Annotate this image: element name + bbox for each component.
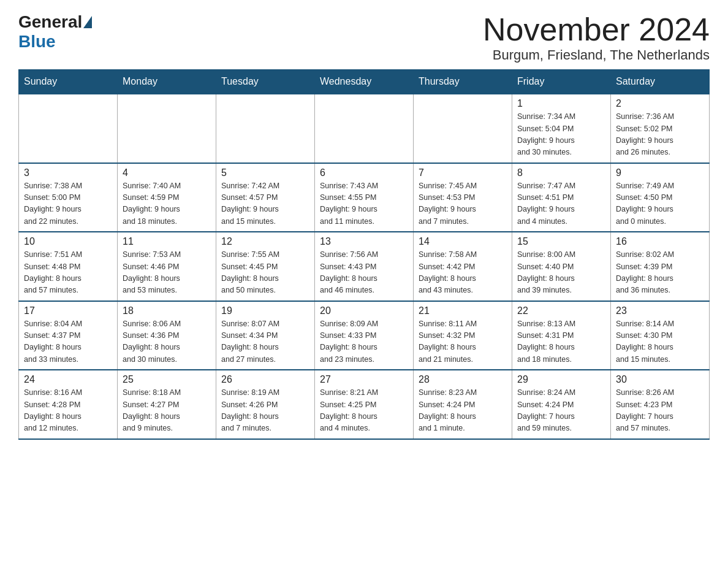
day-info: Sunrise: 8:21 AMSunset: 4:25 PMDaylight:… bbox=[320, 387, 408, 435]
day-number: 26 bbox=[221, 374, 309, 385]
day-info: Sunrise: 8:00 AMSunset: 4:40 PMDaylight:… bbox=[517, 249, 605, 297]
day-info: Sunrise: 7:40 AMSunset: 4:59 PMDaylight:… bbox=[123, 180, 211, 228]
calendar-header-thursday: Thursday bbox=[414, 70, 512, 94]
day-number: 28 bbox=[419, 374, 507, 385]
day-number: 19 bbox=[221, 305, 309, 316]
day-number: 1 bbox=[517, 98, 605, 109]
calendar-cell: 30Sunrise: 8:26 AMSunset: 4:23 PMDayligh… bbox=[611, 370, 710, 439]
day-info: Sunrise: 7:51 AMSunset: 4:48 PMDaylight:… bbox=[24, 249, 112, 297]
day-info: Sunrise: 7:47 AMSunset: 4:51 PMDaylight:… bbox=[517, 180, 605, 228]
logo-blue-text: Blue bbox=[18, 32, 56, 51]
day-info: Sunrise: 7:36 AMSunset: 5:02 PMDaylight:… bbox=[616, 111, 704, 159]
calendar-cell: 16Sunrise: 8:02 AMSunset: 4:39 PMDayligh… bbox=[611, 232, 710, 301]
day-info: Sunrise: 7:38 AMSunset: 5:00 PMDaylight:… bbox=[24, 180, 112, 228]
day-info: Sunrise: 8:16 AMSunset: 4:28 PMDaylight:… bbox=[24, 387, 112, 435]
title-section: November 2024 Burgum, Friesland, The Net… bbox=[483, 12, 710, 63]
calendar-header-friday: Friday bbox=[512, 70, 611, 94]
logo: General Blue bbox=[18, 12, 93, 52]
day-number: 27 bbox=[320, 374, 408, 385]
day-number: 9 bbox=[616, 167, 704, 178]
day-number: 11 bbox=[123, 236, 211, 247]
calendar-cell: 25Sunrise: 8:18 AMSunset: 4:27 PMDayligh… bbox=[118, 370, 216, 439]
calendar-cell: 28Sunrise: 8:23 AMSunset: 4:24 PMDayligh… bbox=[414, 370, 512, 439]
calendar-cell: 26Sunrise: 8:19 AMSunset: 4:26 PMDayligh… bbox=[216, 370, 315, 439]
calendar-cell: 6Sunrise: 7:43 AMSunset: 4:55 PMDaylight… bbox=[315, 163, 414, 232]
calendar-week-row: 1Sunrise: 7:34 AMSunset: 5:04 PMDaylight… bbox=[19, 94, 710, 163]
day-info: Sunrise: 7:42 AMSunset: 4:57 PMDaylight:… bbox=[221, 180, 309, 228]
calendar-header-sunday: Sunday bbox=[19, 70, 118, 94]
calendar-cell bbox=[414, 94, 512, 163]
day-number: 29 bbox=[517, 374, 605, 385]
day-number: 2 bbox=[616, 98, 704, 109]
calendar-cell: 10Sunrise: 7:51 AMSunset: 4:48 PMDayligh… bbox=[19, 232, 118, 301]
day-number: 13 bbox=[320, 236, 408, 247]
day-info: Sunrise: 8:06 AMSunset: 4:36 PMDaylight:… bbox=[123, 318, 211, 366]
day-info: Sunrise: 8:26 AMSunset: 4:23 PMDaylight:… bbox=[616, 387, 704, 435]
calendar-cell: 27Sunrise: 8:21 AMSunset: 4:25 PMDayligh… bbox=[315, 370, 414, 439]
day-info: Sunrise: 8:09 AMSunset: 4:33 PMDaylight:… bbox=[320, 318, 408, 366]
day-info: Sunrise: 8:13 AMSunset: 4:31 PMDaylight:… bbox=[517, 318, 605, 366]
day-info: Sunrise: 7:56 AMSunset: 4:43 PMDaylight:… bbox=[320, 249, 408, 297]
calendar-cell: 15Sunrise: 8:00 AMSunset: 4:40 PMDayligh… bbox=[512, 232, 611, 301]
calendar-cell: 1Sunrise: 7:34 AMSunset: 5:04 PMDaylight… bbox=[512, 94, 611, 163]
calendar-cell: 11Sunrise: 7:53 AMSunset: 4:46 PMDayligh… bbox=[118, 232, 216, 301]
day-info: Sunrise: 8:07 AMSunset: 4:34 PMDaylight:… bbox=[221, 318, 309, 366]
day-number: 20 bbox=[320, 305, 408, 316]
day-info: Sunrise: 8:19 AMSunset: 4:26 PMDaylight:… bbox=[221, 387, 309, 435]
calendar-cell: 12Sunrise: 7:55 AMSunset: 4:45 PMDayligh… bbox=[216, 232, 315, 301]
day-info: Sunrise: 7:34 AMSunset: 5:04 PMDaylight:… bbox=[517, 111, 605, 159]
calendar-cell bbox=[19, 94, 118, 163]
month-title: November 2024 bbox=[483, 12, 710, 47]
calendar-cell: 14Sunrise: 7:58 AMSunset: 4:42 PMDayligh… bbox=[414, 232, 512, 301]
day-info: Sunrise: 8:02 AMSunset: 4:39 PMDaylight:… bbox=[616, 249, 704, 297]
day-number: 12 bbox=[221, 236, 309, 247]
calendar-week-row: 10Sunrise: 7:51 AMSunset: 4:48 PMDayligh… bbox=[19, 232, 710, 301]
day-number: 8 bbox=[517, 167, 605, 178]
logo-triangle-icon bbox=[83, 16, 92, 28]
day-info: Sunrise: 8:24 AMSunset: 4:24 PMDaylight:… bbox=[517, 387, 605, 435]
day-number: 23 bbox=[616, 305, 704, 316]
calendar-cell: 8Sunrise: 7:47 AMSunset: 4:51 PMDaylight… bbox=[512, 163, 611, 232]
day-info: Sunrise: 8:04 AMSunset: 4:37 PMDaylight:… bbox=[24, 318, 112, 366]
calendar-cell bbox=[118, 94, 216, 163]
calendar-cell: 24Sunrise: 8:16 AMSunset: 4:28 PMDayligh… bbox=[19, 370, 118, 439]
calendar-cell: 4Sunrise: 7:40 AMSunset: 4:59 PMDaylight… bbox=[118, 163, 216, 232]
day-number: 4 bbox=[123, 167, 211, 178]
day-number: 24 bbox=[24, 374, 112, 385]
day-info: Sunrise: 7:58 AMSunset: 4:42 PMDaylight:… bbox=[419, 249, 507, 297]
calendar-cell: 23Sunrise: 8:14 AMSunset: 4:30 PMDayligh… bbox=[611, 301, 710, 370]
day-info: Sunrise: 7:45 AMSunset: 4:53 PMDaylight:… bbox=[419, 180, 507, 228]
day-number: 16 bbox=[616, 236, 704, 247]
day-number: 21 bbox=[419, 305, 507, 316]
day-info: Sunrise: 7:53 AMSunset: 4:46 PMDaylight:… bbox=[123, 249, 211, 297]
day-info: Sunrise: 7:43 AMSunset: 4:55 PMDaylight:… bbox=[320, 180, 408, 228]
calendar-cell: 19Sunrise: 8:07 AMSunset: 4:34 PMDayligh… bbox=[216, 301, 315, 370]
calendar-header-saturday: Saturday bbox=[611, 70, 710, 94]
day-info: Sunrise: 7:55 AMSunset: 4:45 PMDaylight:… bbox=[221, 249, 309, 297]
day-info: Sunrise: 8:11 AMSunset: 4:32 PMDaylight:… bbox=[419, 318, 507, 366]
day-number: 25 bbox=[123, 374, 211, 385]
calendar-cell: 9Sunrise: 7:49 AMSunset: 4:50 PMDaylight… bbox=[611, 163, 710, 232]
calendar-cell: 21Sunrise: 8:11 AMSunset: 4:32 PMDayligh… bbox=[414, 301, 512, 370]
day-number: 3 bbox=[24, 167, 112, 178]
day-number: 10 bbox=[24, 236, 112, 247]
day-number: 7 bbox=[419, 167, 507, 178]
day-number: 6 bbox=[320, 167, 408, 178]
calendar-cell: 7Sunrise: 7:45 AMSunset: 4:53 PMDaylight… bbox=[414, 163, 512, 232]
page-header: General Blue November 2024 Burgum, Fries… bbox=[18, 12, 710, 63]
calendar-cell: 2Sunrise: 7:36 AMSunset: 5:02 PMDaylight… bbox=[611, 94, 710, 163]
calendar-cell: 13Sunrise: 7:56 AMSunset: 4:43 PMDayligh… bbox=[315, 232, 414, 301]
day-number: 22 bbox=[517, 305, 605, 316]
calendar-cell: 20Sunrise: 8:09 AMSunset: 4:33 PMDayligh… bbox=[315, 301, 414, 370]
calendar-week-row: 24Sunrise: 8:16 AMSunset: 4:28 PMDayligh… bbox=[19, 370, 710, 439]
calendar-cell: 5Sunrise: 7:42 AMSunset: 4:57 PMDaylight… bbox=[216, 163, 315, 232]
calendar-week-row: 17Sunrise: 8:04 AMSunset: 4:37 PMDayligh… bbox=[19, 301, 710, 370]
day-info: Sunrise: 7:49 AMSunset: 4:50 PMDaylight:… bbox=[616, 180, 704, 228]
calendar-cell: 18Sunrise: 8:06 AMSunset: 4:36 PMDayligh… bbox=[118, 301, 216, 370]
calendar-cell: 22Sunrise: 8:13 AMSunset: 4:31 PMDayligh… bbox=[512, 301, 611, 370]
calendar-header-monday: Monday bbox=[118, 70, 216, 94]
calendar-cell bbox=[315, 94, 414, 163]
calendar-cell bbox=[216, 94, 315, 163]
location-title: Burgum, Friesland, The Netherlands bbox=[483, 47, 710, 63]
calendar-cell: 17Sunrise: 8:04 AMSunset: 4:37 PMDayligh… bbox=[19, 301, 118, 370]
